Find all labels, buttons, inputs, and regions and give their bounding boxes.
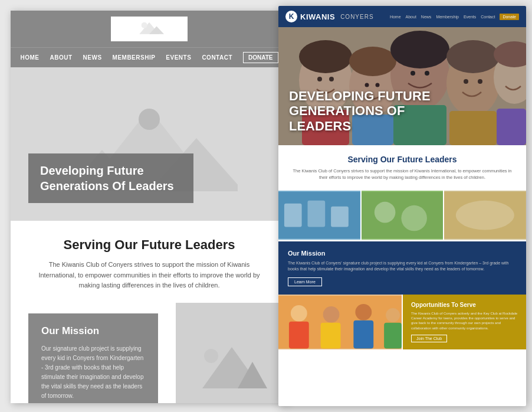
svg-rect-44	[289, 321, 309, 348]
svg-point-45	[323, 306, 340, 322]
nav-news[interactable]: NEWS	[83, 54, 102, 61]
svg-point-39	[401, 205, 427, 231]
rp-bottom-grid: Opportunities To Serve The Kiwanis Club …	[278, 295, 526, 348]
lp-hero-text-box: Developing Future Generations Of Leaders	[28, 153, 193, 203]
rp-photo-1	[278, 191, 360, 240]
logo-mountain-icon	[134, 20, 164, 38]
rp-content-body: The Kiwanis Club of Conyers strives to s…	[290, 168, 514, 181]
rp-mission-heading: Our Mission	[288, 250, 517, 257]
svg-rect-48	[353, 320, 373, 348]
lp-hero: Developing Future Generations Of Leaders	[11, 67, 288, 221]
rp-opportunities-body: The Kiwanis Club of Conyers actively and…	[411, 311, 518, 331]
rp-header: K Kiwanis CONYERS Home About News Member…	[278, 6, 526, 27]
rp-nav-news[interactable]: News	[421, 15, 432, 19]
rp-nav-contact[interactable]: Contact	[481, 15, 495, 19]
hero-sun-icon	[139, 109, 160, 130]
lp-nav: HOME ABOUT NEWS MEMBERSHIP EVENTS CONTAC…	[11, 47, 288, 67]
rp-hero-text: DEVELOPING FUTUREGENERATIONS OF LEADERS	[289, 89, 454, 133]
rp-photo-3-img	[444, 191, 526, 240]
svg-point-43	[291, 305, 307, 321]
rp-join-club-button[interactable]: Join The Club	[411, 335, 447, 342]
kiwanis-chapter: CONYERS	[340, 14, 373, 20]
rp-donate-button[interactable]: Donate	[500, 14, 519, 20]
rp-nav-membership[interactable]: Membership	[436, 15, 459, 19]
lp-header	[11, 11, 288, 47]
rp-nav-home[interactable]: Home	[390, 15, 401, 19]
lp-bottom-placeholder	[176, 303, 288, 403]
rp-photo-1-img	[278, 191, 360, 240]
svg-point-47	[355, 303, 372, 320]
lp-content-heading: Serving Our Future Leaders	[34, 237, 264, 253]
nav-events[interactable]: EVENTS	[166, 54, 191, 61]
svg-rect-36	[331, 206, 349, 227]
svg-point-2	[142, 22, 147, 28]
svg-rect-34	[284, 203, 302, 227]
lp-logo-placeholder	[111, 17, 188, 41]
rp-nav-about[interactable]: About	[406, 15, 416, 19]
rp-mission-body: The Kiwanis Club of Conyers' signature c…	[288, 260, 517, 273]
kiwanis-name: Kiwanis	[300, 12, 335, 21]
rp-photo-grid	[278, 191, 526, 238]
right-finished-panel: K Kiwanis CONYERS Home About News Member…	[278, 6, 526, 406]
lp-content-body: The Kiwanis Club of Conyers strives to s…	[37, 260, 261, 291]
kiwanis-logo: K Kiwanis CONYERS	[285, 11, 374, 22]
lp-mission-heading: Our Mission	[41, 325, 145, 337]
rp-photo-2-img	[362, 191, 444, 240]
svg-rect-35	[308, 200, 326, 227]
rp-hero: DEVELOPING FUTUREGENERATIONS OF LEADERS	[278, 27, 526, 145]
lp-mission-box: Our Mission Our signature club project i…	[28, 313, 158, 403]
svg-point-38	[374, 201, 395, 223]
nav-home[interactable]: HOME	[21, 54, 40, 61]
rp-people-photo-svg	[278, 295, 402, 350]
rp-nav-events[interactable]: Events	[464, 15, 476, 19]
bottom-mountain-icon	[196, 341, 267, 394]
rp-photo-2	[362, 191, 444, 240]
nav-membership[interactable]: MEMBERSHIP	[113, 54, 156, 61]
svg-point-49	[386, 308, 400, 322]
rp-nav: Home About News Membership Events Contac…	[390, 14, 519, 20]
nav-about[interactable]: ABOUT	[50, 54, 73, 61]
rp-content-heading: Serving Our Future Leaders	[290, 155, 514, 164]
svg-rect-46	[321, 322, 341, 348]
nav-contact[interactable]: CONTACT	[202, 54, 232, 61]
nav-donate-button[interactable]: DONATE	[243, 52, 278, 63]
lp-mission-body: Our signature club project is supplying …	[41, 344, 145, 401]
svg-point-8	[204, 349, 218, 363]
lp-bottom-row: Our Mission Our signature club project i…	[11, 303, 288, 403]
lp-content-section: Serving Our Future Leaders The Kiwanis C…	[11, 221, 288, 303]
rp-bottom-photo-people	[278, 295, 402, 350]
rp-content-section: Serving Our Future Leaders The Kiwanis C…	[278, 145, 526, 187]
rp-opportunities-box: Opportunities To Serve The Kiwanis Club …	[403, 295, 526, 350]
rp-opportunities-heading: Opportunities To Serve	[411, 302, 518, 308]
rp-photo-3	[444, 191, 526, 240]
left-wireframe-panel: HOME ABOUT NEWS MEMBERSHIP EVENTS CONTAC…	[11, 11, 288, 403]
svg-point-41	[456, 200, 514, 230]
rp-learn-more-button[interactable]: Learn More	[288, 277, 322, 286]
rp-mission-section: Our Mission The Kiwanis Club of Conyers'…	[278, 241, 526, 295]
svg-rect-50	[384, 322, 402, 348]
lp-hero-heading: Developing Future Generations Of Leaders	[40, 163, 182, 194]
kiwanis-k-icon: K	[285, 11, 297, 22]
